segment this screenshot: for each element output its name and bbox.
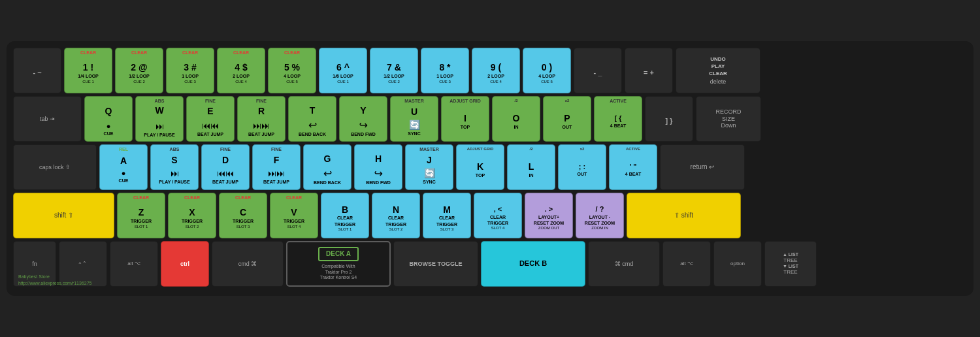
key-s[interactable]: ABS S ⏭ PLAY / PAUSE	[150, 144, 199, 190]
key-2[interactable]: CLEAR 2 @ 1/2 LOOP CUE 2	[115, 48, 163, 93]
key-option[interactable]: option	[713, 241, 762, 287]
key-e[interactable]: FINE E ⏮⏮ BEAT JUMP	[186, 96, 235, 142]
key-slash[interactable]: / ? LAYOUT - RESET ZOOM ZOOM IN	[576, 193, 624, 238]
key-equals[interactable]: = +	[625, 48, 673, 93]
key-w[interactable]: ABS W ⏭ PLAY / PAUSE	[135, 96, 184, 142]
key-l[interactable]: /2 L IN	[507, 144, 555, 190]
key-semicolon[interactable]: x2 ; : OUT	[558, 144, 606, 190]
key-n[interactable]: N CLEAR TRIGGER SLOT 2	[372, 193, 420, 238]
key-ctrl[interactable]: ctrl	[161, 241, 209, 287]
key-period[interactable]: . > LAYOUT+ RESET ZOOM ZOOM OUT	[525, 193, 573, 238]
key-3[interactable]: CLEAR 3 # 1 LOOP CUE 3	[166, 48, 214, 93]
key-backtick[interactable]: - ~	[13, 48, 61, 93]
key-backslash[interactable]: RECORDSIZEDown	[696, 96, 761, 142]
key-6[interactable]: 6 ^ 1/6 LOOP CUE 1	[319, 48, 367, 93]
key-k[interactable]: ADJUST GRID K TOP	[456, 144, 504, 190]
key-7[interactable]: 7 & 1/2 LOOP CUE 2	[370, 48, 418, 93]
key-x[interactable]: CLEAR X TRIGGER SLOT 2	[168, 193, 216, 238]
deck-a-key[interactable]: DECK A Compatible With Traktor Pro 2 Tra…	[286, 241, 391, 287]
key-minus[interactable]: - _	[574, 48, 622, 93]
row-zxcv: shift ⇧ CLEAR Z TRIGGER SLOT 1 CLEAR X T…	[13, 193, 967, 238]
key-0[interactable]: 0 ) 4 LOOP CUE 5	[523, 48, 571, 93]
row-qwerty: tab ⇥ REL Q ● CUE ABS W ⏭ PLAY / PAUSE F…	[13, 96, 967, 142]
key-y[interactable]: Y ↩ BEND FWD	[339, 96, 387, 142]
key-t[interactable]: T ↩ BEND BACK	[288, 96, 336, 142]
key-u[interactable]: MASTER U 🔄 SYNC	[390, 96, 438, 142]
key-9[interactable]: 9 ( 2 LOOP CUE 4	[472, 48, 520, 93]
key-5[interactable]: CLEAR 5 % 4 LOOP CUE 5	[268, 48, 316, 93]
key-b[interactable]: B CLEAR TRIGGER SLOT 1	[321, 193, 369, 238]
row-bottom: fn ^ ⌃ alt ⌥ ctrl cmd ⌘ DECK A Compatibl…	[13, 241, 967, 287]
row-asdf: caps lock ⇧ REL A ● CUE ABS S ⏭ PLAY / P…	[13, 144, 967, 190]
keyboard: - ~ CLEAR 1 ! 1/4 LOOP CUE 1 CLEAR 2 @ 1…	[7, 41, 973, 296]
key-f[interactable]: FINE F ⏭⏭ BEAT JUMP	[252, 144, 301, 190]
key-shift-right[interactable]: ⇧ shift	[627, 193, 741, 238]
key-8[interactable]: 8 * 1 LOOP CUE 3	[421, 48, 469, 93]
key-comma[interactable]: , < CLEAR TRIGGER SLOT 4	[474, 193, 522, 238]
key-v[interactable]: CLEAR V TRIGGER SLOT 4	[270, 193, 318, 238]
key-1[interactable]: CLEAR 1 ! 1/4 LOOP CUE 1	[64, 48, 112, 93]
key-d[interactable]: FINE D ⏮⏮ BEAT JUMP	[201, 144, 250, 190]
key-shift-left[interactable]: shift ⇧	[13, 193, 114, 238]
key-m[interactable]: M CLEAR TRIGGER SLOT 3	[423, 193, 471, 238]
key-4[interactable]: CLEAR 4 $ 2 LOOP CUE 4	[217, 48, 265, 93]
key-quote[interactable]: ACTIVE ' " 4 BEAT	[609, 144, 657, 190]
key-p[interactable]: x2 P OUT	[543, 96, 591, 142]
key-c[interactable]: CLEAR C TRIGGER SLOT 3	[219, 193, 267, 238]
key-cmd-left[interactable]: cmd ⌘	[212, 241, 284, 287]
deck-b-key[interactable]: DECK B	[481, 241, 585, 287]
key-delete[interactable]: UNDOPLAYCLEAR delete	[676, 48, 760, 93]
row-numbers: - ~ CLEAR 1 ! 1/4 LOOP CUE 1 CLEAR 2 @ 1…	[13, 48, 967, 93]
key-cmd-right[interactable]: ⌘ cmd	[588, 241, 660, 287]
key-i[interactable]: ADJUST GRID I TOP	[441, 96, 489, 142]
key-h[interactable]: H ↩ BEND FWD	[354, 144, 402, 190]
key-bracket-left[interactable]: ACTIVE [ { 4 BEAT	[594, 96, 642, 142]
key-capslock[interactable]: caps lock ⇧	[13, 144, 97, 190]
key-alt-left[interactable]: alt ⌥	[110, 241, 158, 287]
key-z[interactable]: CLEAR Z TRIGGER SLOT 1	[117, 193, 165, 238]
key-o[interactable]: /2 O IN	[492, 96, 540, 142]
key-r[interactable]: FINE R ⏭⏭ BEAT JUMP	[237, 96, 286, 142]
key-j[interactable]: MASTER J 🔄 SYNC	[405, 144, 453, 190]
key-arrow-up-group[interactable]: ▲ LIST TREE ▼ LIST TREE	[764, 241, 817, 287]
key-bracket-right[interactable]: ] }	[645, 96, 693, 142]
key-return[interactable]: return ↩	[660, 144, 745, 190]
key-alt-right[interactable]: alt ⌥	[662, 241, 711, 287]
key-browse-toggle[interactable]: BROWSE TOGGLE	[393, 241, 478, 287]
key-g[interactable]: G ↩ BEND BACK	[303, 144, 351, 190]
watermark: Babybest Storehttp://www.aliexpress.com/…	[18, 274, 91, 287]
key-a[interactable]: REL A ● CUE	[99, 144, 148, 190]
key-q[interactable]: REL Q ● CUE	[84, 96, 133, 142]
key-tab[interactable]: tab ⇥	[13, 96, 82, 142]
